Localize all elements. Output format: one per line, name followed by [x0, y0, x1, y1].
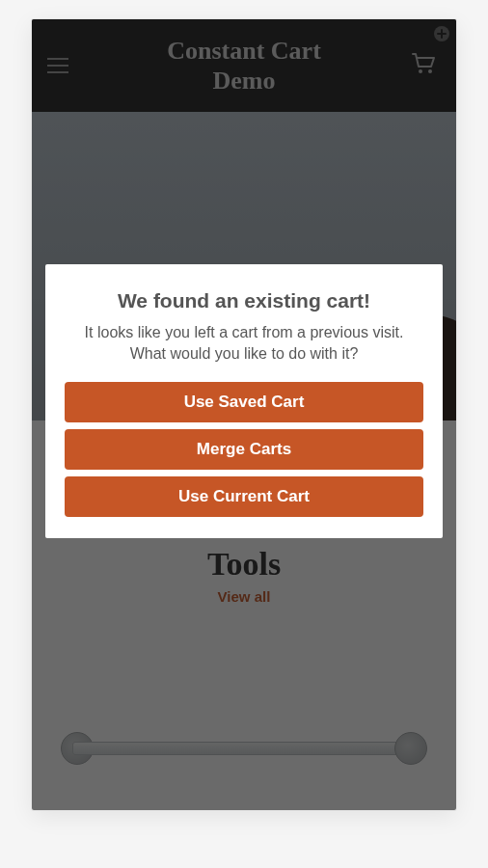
use-saved-cart-button[interactable]: Use Saved Cart — [65, 382, 423, 422]
use-current-cart-button[interactable]: Use Current Cart — [65, 476, 423, 517]
phone-viewport: Constant Cart Demo Tools View all — [32, 19, 456, 810]
modal-overlay[interactable]: We found an existing cart! It looks like… — [32, 19, 456, 810]
modal-message: It looks like you left a cart from a pre… — [65, 322, 423, 366]
modal-title: We found an existing cart! — [65, 289, 423, 312]
cart-recovery-modal: We found an existing cart! It looks like… — [45, 264, 443, 539]
merge-carts-button[interactable]: Merge Carts — [65, 429, 423, 470]
